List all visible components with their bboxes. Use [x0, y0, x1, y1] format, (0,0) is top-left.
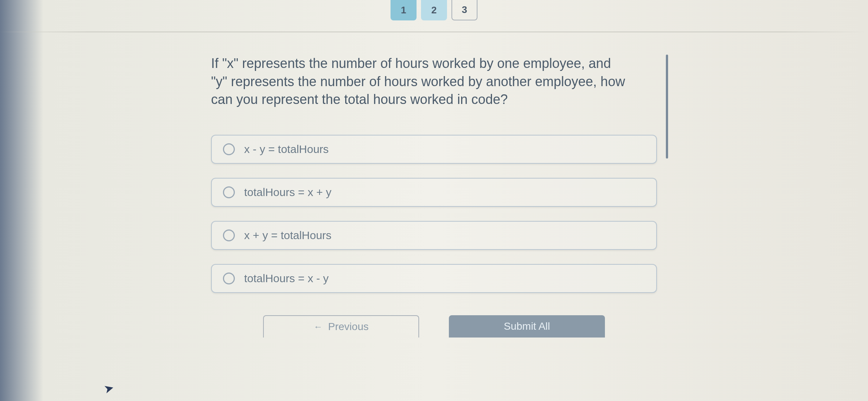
cursor-icon: ➤ [103, 380, 116, 397]
submit-button-label: Submit All [504, 320, 550, 332]
options-list: x - y = totalHours totalHours = x + y x … [211, 135, 657, 293]
header-divider [0, 32, 868, 32]
page-tab-3[interactable]: 3 [451, 0, 477, 20]
page-tab-label: 1 [401, 4, 406, 16]
option-4[interactable]: totalHours = x - y [211, 264, 657, 293]
previous-button[interactable]: ← Previous [263, 315, 419, 338]
radio-icon [223, 186, 235, 198]
option-label: x + y = totalHours [244, 229, 331, 242]
question-text: If "x" represents the number of hours wo… [211, 55, 657, 109]
page-tab-1[interactable]: 1 [391, 0, 417, 20]
option-label: x - y = totalHours [244, 143, 329, 156]
previous-button-label: Previous [328, 321, 369, 333]
option-3[interactable]: x + y = totalHours [211, 221, 657, 250]
option-label: totalHours = x + y [244, 186, 331, 199]
submit-all-button[interactable]: Submit All [449, 315, 605, 338]
content-wrapper: If "x" represents the number of hours wo… [0, 55, 868, 338]
button-row: ← Previous Submit All [211, 315, 657, 338]
option-label: totalHours = x - y [244, 272, 329, 285]
scrollbar[interactable] [666, 55, 668, 159]
pagination-tabs: 1 2 3 [0, 0, 868, 20]
page-tab-label: 3 [462, 4, 467, 16]
question-area: If "x" represents the number of hours wo… [211, 55, 657, 338]
radio-icon [223, 273, 235, 284]
arrow-left-icon: ← [314, 322, 323, 332]
page-tab-label: 2 [431, 4, 437, 16]
radio-icon [223, 143, 235, 155]
option-2[interactable]: totalHours = x + y [211, 178, 657, 207]
option-1[interactable]: x - y = totalHours [211, 135, 657, 164]
page-tab-2[interactable]: 2 [421, 0, 447, 20]
radio-icon [223, 229, 235, 241]
